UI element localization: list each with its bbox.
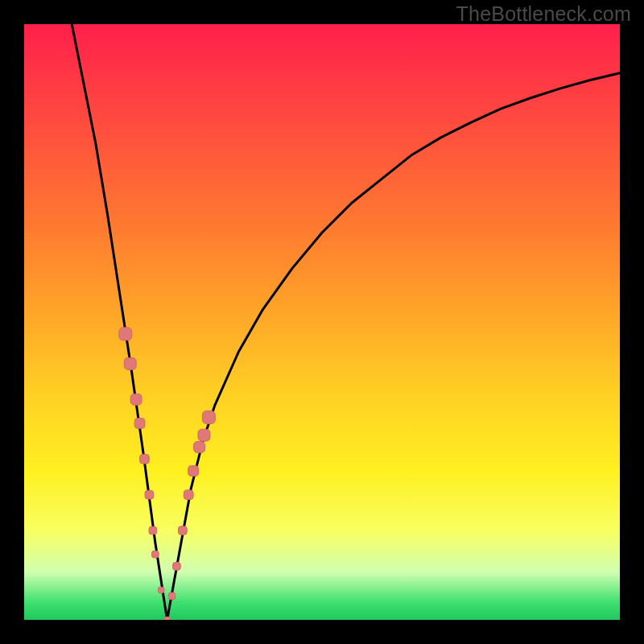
data-marker (149, 526, 157, 535)
bottleneck-chart-svg (24, 24, 620, 620)
data-marker (152, 551, 159, 558)
data-marker (164, 617, 171, 620)
data-marker (188, 466, 199, 477)
data-marker (178, 526, 187, 535)
watermark-text: TheBottleneck.com (456, 2, 631, 26)
data-marker (198, 429, 210, 441)
data-marker (168, 592, 175, 600)
data-marker (194, 441, 205, 452)
data-marker (158, 587, 164, 593)
chart-plot-area (24, 24, 620, 620)
data-marker (202, 411, 215, 423)
data-marker (124, 357, 136, 369)
data-marker (119, 328, 132, 341)
data-marker (145, 490, 154, 499)
data-marker (173, 563, 181, 571)
data-marker (140, 454, 150, 464)
data-marker (130, 394, 142, 405)
data-marker (184, 490, 193, 500)
data-marker (134, 418, 145, 428)
